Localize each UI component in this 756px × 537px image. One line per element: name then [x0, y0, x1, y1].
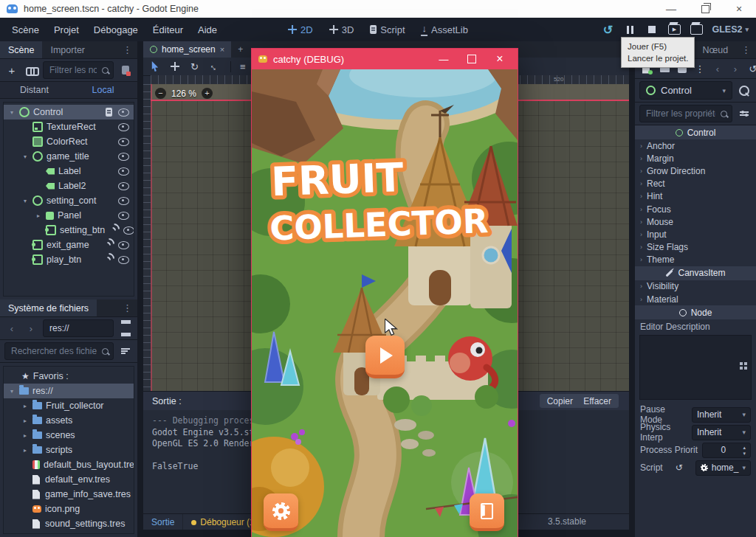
- close-tab-icon[interactable]: ×: [220, 45, 224, 54]
- property-anchor[interactable]: ›Anchor: [635, 139, 756, 152]
- file-row-icon-png[interactable]: icon.png: [4, 502, 134, 516]
- tab-filesystem[interactable]: Système de fichiers: [0, 299, 97, 316]
- visibility-icon[interactable]: [118, 108, 129, 117]
- zoom-level[interactable]: 126 %: [171, 89, 196, 99]
- tree-node-texturerect[interactable]: TextureRect: [4, 119, 134, 134]
- file-row-res[interactable]: ▾res://: [4, 384, 134, 398]
- sort-icon[interactable]: [118, 344, 133, 358]
- workspace-2d[interactable]: 2D: [282, 24, 319, 35]
- attach-script-button[interactable]: [118, 63, 133, 77]
- dock-splitter-right[interactable]: [629, 41, 635, 537]
- property-rect[interactable]: ›Rect: [635, 178, 756, 190]
- game-exit-button[interactable]: [470, 493, 504, 531]
- local-tab[interactable]: Local: [69, 82, 137, 98]
- game-minimize-button[interactable]: —: [433, 49, 455, 69]
- scale-tool-icon[interactable]: ↔: [207, 59, 222, 74]
- tab-scene[interactable]: Scène: [0, 41, 42, 58]
- history-forward-button[interactable]: ›: [24, 321, 38, 336]
- property-input[interactable]: ›Input: [635, 228, 756, 240]
- menu-project[interactable]: Projet: [47, 24, 86, 35]
- file-row-scenes[interactable]: ▸scenes: [4, 428, 134, 443]
- property-focus[interactable]: ›Focus: [635, 203, 756, 215]
- expand-icon[interactable]: ▸: [35, 212, 42, 219]
- expand-icon[interactable]: [740, 362, 747, 370]
- filter-options-icon[interactable]: [737, 106, 752, 121]
- file-row-scripts[interactable]: ▸scripts: [4, 443, 134, 457]
- edited-node-selector[interactable]: Control ▾: [639, 81, 732, 100]
- bottom-tab-output[interactable]: Sortie: [143, 514, 183, 530]
- split-mode-icon[interactable]: [118, 321, 133, 336]
- history-forward-button[interactable]: ›: [728, 61, 743, 76]
- property-mouse[interactable]: ›Mouse: [635, 215, 756, 228]
- close-button[interactable]: ×: [722, 0, 756, 18]
- current-path-input[interactable]: [48, 322, 109, 334]
- expand-icon[interactable]: ▸: [21, 432, 29, 439]
- rotate-tool-icon[interactable]: ↻: [190, 61, 199, 72]
- tree-node-control[interactable]: ▾Control: [4, 105, 134, 119]
- tree-node-label2[interactable]: Label2: [4, 179, 134, 193]
- visibility-icon[interactable]: [123, 226, 134, 235]
- select-tool-icon[interactable]: [151, 61, 159, 72]
- expand-icon[interactable]: ▸: [21, 418, 29, 424]
- property-visibility[interactable]: ›Visibility: [635, 280, 756, 293]
- signal-icon[interactable]: [103, 255, 112, 264]
- property-grow-direction[interactable]: ›Grow Direction: [635, 164, 756, 177]
- stop-button[interactable]: [645, 23, 659, 36]
- workspace-assetlib[interactable]: ↓AssetLib: [416, 23, 474, 36]
- collapse-icon[interactable]: ▾: [21, 198, 29, 204]
- collapse-icon[interactable]: ▾: [8, 388, 16, 395]
- physics-interp-dropdown[interactable]: Inherit▾: [692, 425, 751, 440]
- visibility-icon[interactable]: [118, 167, 129, 176]
- restore-button[interactable]: [688, 0, 722, 18]
- expand-icon[interactable]: ▸: [21, 447, 29, 454]
- zoom-out-button[interactable]: −: [155, 88, 166, 99]
- pause-mode-dropdown[interactable]: Inherit▾: [692, 407, 751, 423]
- property-size-flags[interactable]: ›Size Flags: [635, 241, 756, 254]
- visibility-icon[interactable]: [118, 182, 129, 190]
- expand-icon[interactable]: ▸: [21, 403, 29, 409]
- history-back-button[interactable]: ‹: [710, 61, 725, 76]
- file-row-default-env[interactable]: default_env.tres: [4, 472, 134, 487]
- dock-options-icon[interactable]: ⋮: [117, 299, 137, 316]
- move-tool-icon[interactable]: [171, 62, 179, 71]
- tree-node-game-title[interactable]: ▾game_title: [4, 149, 134, 164]
- node-filter-input[interactable]: [48, 64, 98, 76]
- file-row-game-info-save[interactable]: game_info_save.tres: [4, 487, 134, 502]
- menu-debug[interactable]: Débogage: [86, 24, 145, 35]
- workspace-3d[interactable]: 3D: [323, 24, 360, 35]
- process-priority-spinner[interactable]: 0▴▾: [702, 443, 751, 458]
- property-material[interactable]: ›Material: [635, 293, 756, 305]
- script-dropdown[interactable]: home_ ▾: [695, 460, 751, 476]
- tab-import[interactable]: Importer: [42, 41, 93, 58]
- dock-options-icon[interactable]: ⋮: [117, 41, 137, 58]
- play-scene-button[interactable]: ▶: [667, 23, 681, 36]
- file-row-assets[interactable]: ▸assets: [4, 413, 134, 428]
- file-row-fruit-collector[interactable]: ▸Fruit_collector: [4, 398, 134, 413]
- play-custom-scene-button[interactable]: [690, 23, 703, 36]
- tree-node-setting-btn[interactable]: setting_btn: [4, 223, 134, 238]
- list-select-tool-icon[interactable]: ≡: [230, 61, 246, 72]
- visibility-icon[interactable]: [118, 153, 129, 161]
- minimize-button[interactable]: —: [654, 0, 688, 18]
- renderer-dropdown[interactable]: GLES2▾: [712, 24, 749, 35]
- scene-tab-home-screen[interactable]: home_screen ×: [143, 41, 231, 58]
- menu-scene[interactable]: Scène: [4, 24, 47, 35]
- history-icon[interactable]: ↺: [746, 61, 756, 76]
- game-window-titlebar[interactable]: catchy (DEBUG) — ×: [252, 49, 518, 69]
- workspace-script[interactable]: Script: [364, 24, 410, 35]
- editor-description-field[interactable]: [639, 335, 752, 400]
- menu-help[interactable]: Aide: [190, 24, 224, 35]
- collapse-icon[interactable]: ▾: [8, 109, 16, 116]
- collapse-icon[interactable]: ▾: [21, 153, 29, 160]
- property-hint[interactable]: ›Hint: [635, 190, 756, 203]
- file-row-default-bus-layout[interactable]: default_bus_layout.tres: [4, 457, 134, 472]
- copy-output-button[interactable]: Copier: [540, 394, 580, 408]
- property-filter-input[interactable]: [645, 108, 717, 119]
- instance-scene-button[interactable]: [24, 63, 38, 77]
- tree-node-setting-cont[interactable]: ▾setting_cont: [4, 193, 134, 208]
- new-scene-tab-button[interactable]: +: [231, 41, 250, 58]
- property-theme[interactable]: ›Theme: [635, 254, 756, 266]
- visibility-icon[interactable]: [118, 256, 129, 264]
- play-button[interactable]: ↺: [601, 23, 614, 36]
- tree-node-exit-game[interactable]: exit_game: [4, 238, 134, 252]
